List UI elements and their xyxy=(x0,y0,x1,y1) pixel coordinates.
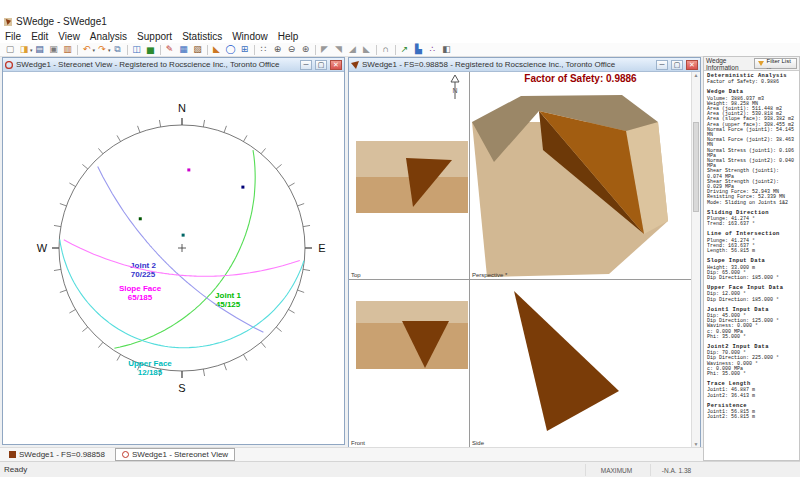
menu-window[interactable]: Window xyxy=(227,31,273,42)
toolbar-separator xyxy=(127,45,128,55)
joint2-pole xyxy=(241,186,244,189)
chart-histogram-icon[interactable]: ▙ xyxy=(412,44,426,56)
undo-icon[interactable]: ↶ xyxy=(80,44,94,56)
info-line: Phi: 35.000 ° xyxy=(707,335,796,340)
info-section: PersistenceJoint1: 56.815 mJoint2: 56.81… xyxy=(707,404,796,421)
zoom-out-icon[interactable]: ⊖ xyxy=(285,44,299,56)
menu-help[interactable]: Help xyxy=(273,31,304,42)
stereonet-plot[interactable]: NESWJoint 145/125Joint 270/225Slope Face… xyxy=(3,72,344,444)
info-table-icon[interactable]: ⊞ xyxy=(238,44,252,56)
wedge-window-titlebar[interactable]: SWedge1 - FS=0.98858 - Registered to Roc… xyxy=(349,58,700,72)
upper-face-orientation-label: 12/185 xyxy=(138,368,163,377)
toolbar-separator xyxy=(395,45,396,55)
chart-3d-icon[interactable]: ◧ xyxy=(440,44,454,56)
app-title: SWedge - SWedge1 xyxy=(16,16,107,27)
joint1-label: Joint 1 xyxy=(215,291,241,300)
wedge-icon xyxy=(9,451,16,458)
menu-edit[interactable]: Edit xyxy=(26,31,53,42)
stereonet-icon xyxy=(122,451,129,458)
zoom-extents-icon[interactable]: ⊛ xyxy=(299,44,313,56)
export-image-icon[interactable]: ▥ xyxy=(61,44,75,56)
wedge-window-title: SWedge1 - FS=0.98858 - Registered to Roc… xyxy=(362,60,653,69)
view-side-icon[interactable]: ◢ xyxy=(346,44,360,56)
info-line: Dip Direction: 185.000 ° xyxy=(707,276,796,281)
view-window-icon[interactable]: ◫ xyxy=(130,44,144,56)
view-front-icon[interactable]: ◥ xyxy=(332,44,346,56)
vertical-scrollbar[interactable]: ▲ ▼ xyxy=(691,72,700,447)
info-section: Trace LengthJoint1: 46.887 mJoint2: 36.4… xyxy=(707,382,796,399)
tab-swedge1-stereonet-view[interactable]: SWedge1 - Stereonet View xyxy=(115,448,235,461)
toolbar-separator xyxy=(254,45,255,55)
stereonet-window-titlebar[interactable]: SWedge1 - Stereonet View - Registered to… xyxy=(3,58,344,72)
info-section: Slope Input DataHeight: 33.000 mDip: 65.… xyxy=(707,259,796,281)
menu-support[interactable]: Support xyxy=(132,31,177,42)
view-pane-side[interactable]: Side xyxy=(470,280,691,447)
maximize-button[interactable]: ▢ xyxy=(671,60,683,70)
rotate-view-icon[interactable]: ∩ xyxy=(379,44,393,56)
status-ready: Ready xyxy=(4,465,27,474)
redo-icon[interactable]: ↷ xyxy=(95,44,109,56)
slope-face-label: Slope Face xyxy=(119,284,162,293)
scrollbar-thumb[interactable] xyxy=(693,122,699,212)
pane-label-top: Top xyxy=(351,272,361,278)
new-file-icon[interactable]: ▢ xyxy=(3,44,17,56)
material-properties-icon[interactable]: ▧ xyxy=(191,44,205,56)
tab-swedge1-fs-0-98858[interactable]: SWedge1 - FS=0.98858 xyxy=(3,448,111,461)
info-section: Upper Face Input DataDip: 12.000 °Dip Di… xyxy=(707,286,796,303)
wedge-window-icon xyxy=(351,61,359,69)
select-icon[interactable]: ∷ xyxy=(257,44,271,56)
zoom-in-icon[interactable]: ⊕ xyxy=(271,44,285,56)
wedge-view-window[interactable]: SWedge1 - FS=0.98858 - Registered to Roc… xyxy=(348,57,701,448)
menu-view[interactable]: View xyxy=(53,31,85,42)
stereonet-window[interactable]: SWedge1 - Stereonet View - Registered to… xyxy=(2,57,345,445)
cardinal-label-w: W xyxy=(37,242,48,254)
toolbar-separator xyxy=(77,45,78,55)
open-file-icon[interactable]: ◨ xyxy=(17,44,31,56)
minimize-button[interactable]: ─ xyxy=(656,60,668,70)
wedge-view-icon[interactable]: ◣ xyxy=(210,44,224,56)
filter-list-button[interactable]: Filter List ... xyxy=(754,58,797,69)
wedge-front-view xyxy=(356,301,468,369)
upper-face-label: Upper Face xyxy=(128,359,172,368)
copy-icon[interactable]: ⧉ xyxy=(111,44,125,56)
view-pane-perspective[interactable]: Factor of Safety: 0.9886 Perspective * xyxy=(470,72,691,280)
minimize-button[interactable]: ─ xyxy=(300,60,312,70)
pane-label-perspective: Perspective * xyxy=(472,272,507,278)
chart-line-icon[interactable]: ↗ xyxy=(398,44,412,56)
info-section-title: Line of Intersection xyxy=(707,232,796,237)
chart-scatter-icon[interactable]: ∴ xyxy=(426,44,440,56)
print-icon[interactable]: ▣ xyxy=(47,44,61,56)
menu-bar: FileEditViewAnalysisSupportStatisticsWin… xyxy=(0,29,800,43)
edit-input-data-icon[interactable]: ✎ xyxy=(163,44,177,56)
save-icon[interactable]: ▤ xyxy=(33,44,47,56)
menu-file[interactable]: File xyxy=(0,31,26,42)
view-top-icon[interactable]: ◤ xyxy=(318,44,332,56)
slope-face-pole xyxy=(187,168,190,171)
view-pane-front[interactable]: Front xyxy=(349,280,470,447)
upper-face-pole xyxy=(182,234,185,237)
info-section-title: Wedge Data xyxy=(707,90,796,95)
pane-label-side: Side xyxy=(472,440,484,446)
info-viewer-icon[interactable]: ▦ xyxy=(177,44,191,56)
menu-analysis[interactable]: Analysis xyxy=(85,31,132,42)
view-perspective-icon[interactable]: ◣ xyxy=(360,44,374,56)
view-pane-top[interactable]: N Top xyxy=(349,72,470,280)
north-arrow-icon: N xyxy=(448,74,462,100)
cardinal-label-s: S xyxy=(178,382,185,394)
app-titlebar: SWedge - SWedge1 xyxy=(0,14,800,29)
toolbar-separator xyxy=(207,45,208,55)
close-button[interactable]: ✕ xyxy=(686,60,698,70)
maximize-button[interactable]: ▢ xyxy=(315,60,327,70)
menu-statistics[interactable]: Statistics xyxy=(177,31,227,42)
info-line: Length: 56.815 m xyxy=(707,249,796,254)
info-line: Mode: Sliding on Joints 1&2 xyxy=(707,201,796,206)
chart-view-icon[interactable]: ▅ xyxy=(144,44,158,56)
app-icon xyxy=(4,18,12,26)
close-button[interactable]: ✕ xyxy=(330,60,342,70)
stereonet-view-icon[interactable]: ◯ xyxy=(224,44,238,56)
scroll-up-icon[interactable]: ▲ xyxy=(692,72,700,78)
info-section: Line of IntersectionPlunge: 41.274 °Tren… xyxy=(707,232,796,254)
info-section: Joint2 Input DataDip: 70.000 °Dip Direct… xyxy=(707,345,796,377)
stereonet-window-icon xyxy=(5,61,13,69)
info-section: Deterministic AnalysisFactor of Safety: … xyxy=(707,74,796,85)
